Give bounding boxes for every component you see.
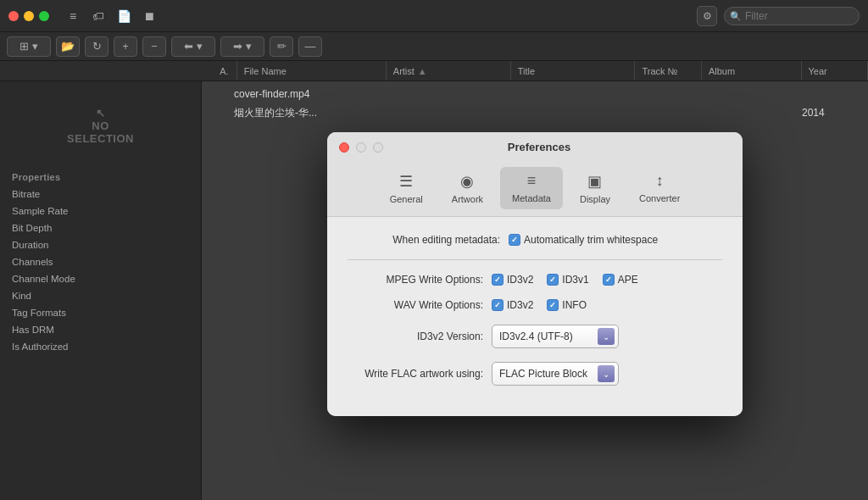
view-dropdown[interactable]: ⊞ ▾ [7,36,51,57]
close-button[interactable] [8,11,19,21]
sidebar-item-sample-rate[interactable]: Sample Rate [0,203,201,219]
sidebar-item-bitrate[interactable]: Bitrate [0,186,201,203]
mpeg-id3v1-checkbox[interactable] [547,274,559,286]
sidebar-item-kind[interactable]: Kind [0,287,201,304]
col-header-num[interactable]: A. [212,61,237,81]
chevron-import-icon: ▾ [197,40,203,53]
col-header-filename[interactable]: File Name [237,61,387,81]
flac-artwork-label: Write FLAC artwork using: [348,368,483,380]
tab-general[interactable]: ☰ General [378,167,435,209]
flac-artwork-select[interactable]: FLAC Picture Block ⌄ [492,362,619,386]
flac-artwork-row: Write FLAC artwork using: FLAC Picture B… [348,362,722,386]
general-tab-icon: ☰ [399,172,413,191]
wav-info-checkbox[interactable] [547,299,559,311]
folder-open-button[interactable]: 📂 [56,36,80,57]
minimize-button[interactable] [24,11,34,21]
add-button[interactable]: + [114,36,137,57]
refresh-icon: ↻ [92,40,102,53]
no-selection-cursor: ↖ [96,107,106,119]
flac-artwork-dropdown-icon: ⌄ [598,365,615,382]
mpeg-id3v2-checkbox[interactable] [492,274,504,286]
preferences-modal: Preferences ☰ General ◉ Artwork ≡ Metada… [327,132,743,416]
sidebar-item-bit-depth[interactable]: Bit Depth [0,219,201,236]
no-selection-text2: SELECTION [67,132,134,145]
content-area: cover-finder.mp4 烟火里的尘埃-华... 2014 [202,81,868,500]
id3v2-version-label: ID3v2 Version: [348,331,483,342]
mpeg-checkbox-group: ID3v2 ID3v1 APE [492,274,647,286]
tab-display[interactable]: ▣ Display [568,167,622,209]
tag-icon[interactable]: 🏷 [90,8,107,25]
gear-button[interactable]: ⚙ [697,6,717,26]
wav-label: WAV Write Options: [348,299,483,311]
wav-checkbox-group: ID3v2 INFO [492,299,595,311]
tab-metadata[interactable]: ≡ Metadata [500,167,563,209]
minus-icon: − [151,40,158,53]
dash-icon: — [305,40,316,53]
titlebar: ≡ 🏷 📄 ⏹ ⚙ 🔍 [0,0,868,32]
col-header-artist[interactable]: Artist ▲ [387,61,511,81]
properties-header: Properties [0,165,201,186]
sidebar-item-has-drm[interactable]: Has DRM [0,321,201,338]
sidebar: ↖ NO SELECTION Properties Bitrate Sample… [0,81,202,500]
maximize-button[interactable] [39,11,49,21]
wav-options-row: WAV Write Options: ID3v2 INFO [348,299,722,311]
wav-id3v2-checkbox[interactable] [492,299,504,311]
wav-id3v2-label: ID3v2 [507,299,533,311]
import-button[interactable]: ⬅ ▾ [171,36,215,57]
col-header-track[interactable]: Track № [635,61,702,81]
trim-whitespace-label: When editing metadata: [348,234,500,246]
search-input[interactable] [724,7,860,25]
display-tab-icon: ▣ [587,172,602,191]
metadata-tab-content: When editing metadata: Automatically tri… [327,217,743,416]
tab-artwork[interactable]: ◉ Artwork [440,167,495,209]
toolbar-icons: ≡ 🏷 📄 ⏹ [64,8,158,25]
metadata-tab-icon: ≡ [527,172,537,190]
no-selection-panel: ↖ NO SELECTION [0,90,201,162]
export-button[interactable]: ➡ ▾ [220,36,264,57]
sidebar-item-channel-mode[interactable]: Channel Mode [0,270,201,287]
trim-whitespace-checkbox[interactable] [509,234,520,246]
col-header-year[interactable]: Year [802,61,869,81]
modal-overlay: Preferences ☰ General ◉ Artwork ≡ Metada… [202,81,868,500]
column-headers: A. File Name Artist ▲ Title Track № Albu… [0,61,868,81]
chevron-down-icon: ▾ [32,40,38,53]
file-icon[interactable]: 📄 [115,8,132,25]
col-header-album[interactable]: Album [702,61,802,81]
wav-info-label: INFO [562,299,587,311]
remove-button[interactable]: − [142,36,166,57]
modal-minimize-button[interactable] [356,142,366,153]
sidebar-item-tag-formats[interactable]: Tag Formats [0,304,201,321]
mpeg-ape-label: APE [618,274,638,286]
tab-converter[interactable]: ↕ Converter [627,167,692,209]
folder-icon: 📂 [61,40,75,53]
mpeg-id3v1-label: ID3v1 [562,274,588,286]
sidebar-item-channels[interactable]: Channels [0,253,201,270]
mpeg-ape-item: APE [603,274,638,286]
secondary-toolbar: ⊞ ▾ 📂 ↻ + − ⬅ ▾ ➡ ▾ ✏ — [0,32,868,61]
converter-tab-icon: ↕ [656,172,664,190]
preferences-tabs: ☰ General ◉ Artwork ≡ Metadata ▣ Display [327,160,743,217]
refresh-button[interactable]: ↻ [85,36,108,57]
media-icon[interactable]: ⏹ [141,8,158,25]
export-icon: ➡ [233,40,242,53]
modal-maximize-button[interactable] [373,142,383,153]
list-icon[interactable]: ≡ [64,8,81,25]
minus2-button[interactable]: — [298,36,322,57]
trim-whitespace-row: When editing metadata: Automatically tri… [348,234,722,246]
main-layout: ↖ NO SELECTION Properties Bitrate Sample… [0,81,868,500]
sidebar-item-duration[interactable]: Duration [0,236,201,253]
mpeg-id3v1-item: ID3v1 [547,274,588,286]
edit-button[interactable]: ✏ [270,36,293,57]
modal-close-button[interactable] [339,142,349,153]
mpeg-id3v2-item: ID3v2 [492,274,533,286]
mpeg-ape-checkbox[interactable] [603,274,615,286]
artwork-tab-icon: ◉ [460,172,474,191]
display-tab-label: Display [580,194,610,204]
metadata-tab-label: Metadata [512,193,551,203]
trim-whitespace-cb-label: Automatically trim whitespace [524,234,658,246]
pencil-icon: ✏ [277,40,287,53]
id3v2-version-select[interactable]: ID3v2.4 (UTF-8) ⌄ [492,325,619,348]
sidebar-item-is-authorized[interactable]: Is Authorized [0,338,201,355]
col-header-title[interactable]: Title [511,61,636,81]
plus-icon: + [122,40,129,53]
